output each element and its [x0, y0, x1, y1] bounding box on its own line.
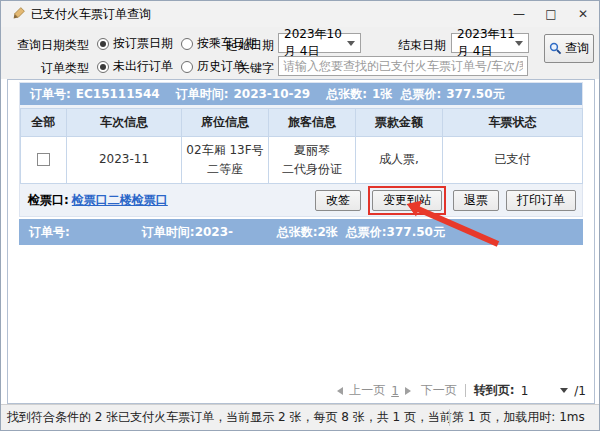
next-page-link[interactable]: 下一页: [421, 382, 457, 399]
chevron-down-icon[interactable]: [347, 41, 355, 50]
window-controls: — □ ✕: [503, 1, 599, 27]
order-type-label: 订单类型: [7, 60, 89, 77]
prev-page-link[interactable]: 上一页: [349, 382, 385, 399]
col-seat-info: 席位信息: [182, 109, 269, 137]
table-header-row: 全部 车次信息 席位信息 旅客信息 票款金额 车票状态: [21, 109, 583, 137]
start-date-select[interactable]: 2023年10月 4日: [278, 33, 361, 53]
order-card-1: 订单号: EC15111544 订单时间: 2023-10-29 总张数: 1张…: [19, 82, 583, 217]
status-bar-divider: [449, 409, 450, 426]
col-train-info: 车次信息: [67, 109, 182, 137]
row-select-cell: [21, 137, 67, 184]
start-date-value: 2023年10月 4日: [284, 26, 347, 60]
col-ticket-status: 车票状态: [443, 109, 583, 137]
status-bar: 找到符合条件的 2 张已支付火车票订单，当前显示 2 张，每页 8 张，共 1 …: [1, 404, 599, 430]
tickets-table: 全部 车次信息 席位信息 旅客信息 票款金额 车票状态 2023-11: [20, 108, 583, 184]
total-price-label: 总票价:: [400, 86, 441, 103]
ticket-count-value: 2张: [317, 224, 337, 241]
next-page-icon[interactable]: [405, 387, 415, 395]
radio-by-booking-date[interactable]: 按订票日期: [97, 35, 173, 52]
search-button-label: 查询: [565, 40, 589, 57]
fare-cell: 成人票,: [356, 137, 443, 184]
end-date-label: 结束日期: [396, 37, 446, 54]
order1-footer: 检票口: 检票口二楼检票口 改签 变更到站 退票 打印订单: [20, 184, 582, 216]
order-time-value: 2023-10-29: [233, 87, 310, 101]
app-icon: [11, 7, 25, 21]
goto-page-value[interactable]: 1: [521, 384, 529, 398]
passenger-info-cell: 夏丽琴 二代身份证: [269, 137, 356, 184]
pagination: 上一页 1 下一页 转到页: 1 /1: [333, 382, 586, 399]
results-panel: 订单号: EC15111544 订单时间: 2023-10-29 总张数: 1张…: [7, 79, 595, 404]
print-order-button[interactable]: 打印订单: [506, 190, 576, 211]
end-date-value: 2023年11月 4日: [457, 26, 515, 60]
end-date-select[interactable]: 2023年11月 4日: [451, 33, 529, 53]
total-price-label: 总票价:: [346, 224, 387, 241]
passenger-id-type: 二代身份证: [269, 160, 355, 179]
ticket-row: 2023-11 02车厢 13F号 二等座 夏丽琴 二代身份证 成人票, 已支付: [21, 137, 583, 184]
order1-header-bar: 订单号: EC15111544 订单时间: 2023-10-29 总张数: 1张…: [20, 83, 582, 105]
order-card-2-header-bar: 订单号: 订单时间: 2023- 总张数: 2张 总票价: 377.50元: [19, 219, 583, 245]
refund-button[interactable]: 退票: [453, 190, 499, 211]
radio-icon[interactable]: [97, 61, 109, 73]
pagination-divider: [465, 384, 466, 397]
search-button[interactable]: 查询: [544, 34, 594, 63]
total-price-value: 377.50元: [446, 86, 504, 103]
col-passenger-info: 旅客信息: [269, 109, 356, 137]
status-text: 找到符合条件的 2 张已支付火车票订单，当前显示 2 张，每页 8 张，共 1 …: [7, 409, 585, 426]
prev-page-icon[interactable]: [333, 387, 343, 395]
page-number-link[interactable]: 1: [391, 384, 399, 398]
order-no-value: EC15111544: [76, 87, 160, 101]
radio-icon[interactable]: [181, 61, 193, 73]
highlight-box: 变更到站: [368, 186, 446, 215]
gate-link[interactable]: 检票口二楼检票口: [72, 192, 168, 209]
order-time-label: 订单时间:: [142, 224, 195, 241]
maximize-icon[interactable]: □: [535, 1, 567, 27]
gate-label: 检票口:: [28, 192, 69, 209]
start-date-label: 起始日期: [224, 37, 274, 54]
order-time-value: 2023-: [195, 225, 253, 239]
seat-line2: 二等座: [182, 160, 268, 179]
row-checkbox[interactable]: [37, 153, 50, 166]
search-icon: [549, 42, 562, 55]
radio-icon[interactable]: [181, 38, 193, 50]
chevron-down-icon[interactable]: [560, 388, 568, 397]
change-destination-button[interactable]: 变更到站: [372, 190, 442, 211]
seat-info-cell: 02车厢 13F号 二等座: [182, 137, 269, 184]
status-cell: 已支付: [443, 137, 583, 184]
page-total: /1: [574, 384, 586, 398]
radio-icon[interactable]: [97, 38, 109, 50]
order-action-buttons: 改签 变更到站 退票 打印订单: [315, 186, 576, 215]
order-no-label: 订单号:: [29, 224, 70, 241]
rebook-button[interactable]: 改签: [315, 190, 361, 211]
ticket-count-value: 1张: [372, 86, 392, 103]
order-time-label: 订单时间:: [176, 86, 229, 103]
col-select-all: 全部: [21, 109, 67, 137]
seat-line1: 02车厢 13F号: [182, 141, 268, 160]
radio-upcoming-orders[interactable]: 未出行订单: [97, 58, 173, 75]
minimize-icon[interactable]: —: [503, 1, 535, 27]
radio-label: 按订票日期: [113, 35, 173, 52]
ticket-count-label: 总张数:: [326, 86, 367, 103]
passenger-name: 夏丽琴: [269, 141, 355, 160]
train-info-cell: 2023-11: [67, 137, 182, 184]
col-fare-amount: 票款金额: [356, 109, 443, 137]
query-form: 查询日期类型 按订票日期 按乘车日期 订单类型 未出行订单 历史订单 起始日期 …: [1, 27, 599, 79]
app-window: 已支付火车票订单查询 — □ ✕ 查询日期类型 按订票日期 按乘车日期 订单类型…: [0, 0, 600, 431]
goto-page-label: 转到页:: [474, 382, 515, 399]
total-price-value: 377.50元: [387, 224, 445, 241]
chevron-down-icon[interactable]: [515, 41, 523, 50]
window-title: 已支付火车票订单查询: [31, 6, 151, 23]
date-type-label: 查询日期类型: [7, 37, 89, 54]
keyword-label: 关键字: [224, 60, 274, 77]
close-icon[interactable]: ✕: [567, 1, 599, 27]
ticket-count-label: 总张数:: [277, 224, 318, 241]
keyword-input[interactable]: [278, 56, 528, 76]
title-bar: 已支付火车票订单查询 — □ ✕: [1, 1, 599, 27]
radio-label: 未出行订单: [113, 58, 173, 75]
order-no-label: 订单号:: [30, 86, 71, 103]
